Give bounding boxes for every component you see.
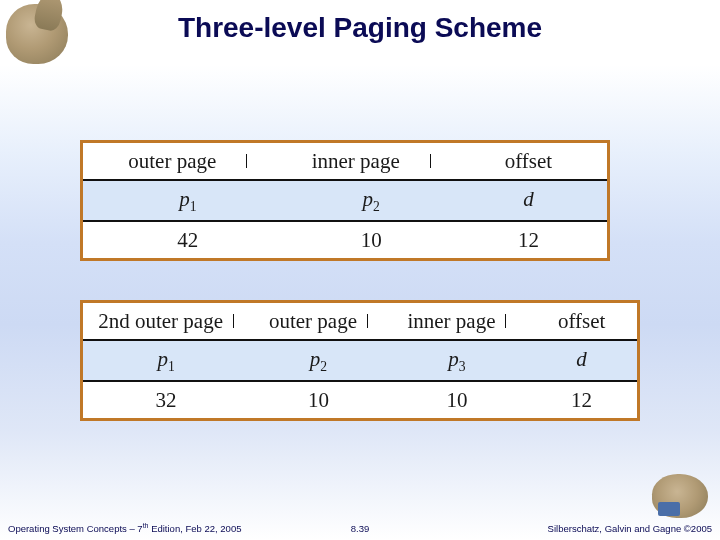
table-1: outer page inner page offset p1 p2 d 42 …: [83, 143, 607, 258]
t2-sub0: 1: [168, 359, 175, 374]
t2-h2: inner page: [407, 309, 495, 333]
t2-sub1: 2: [320, 359, 327, 374]
t2-b1: 10: [249, 381, 388, 418]
footer-right: Silberschatz, Galvin and Gagne ©2005: [548, 523, 712, 534]
t1-s0: p: [179, 187, 190, 211]
slide-title: Three-level Paging Scheme: [0, 12, 720, 44]
t1-h2: offset: [505, 149, 552, 173]
t2-s3: d: [576, 347, 587, 371]
slide: Three-level Paging Scheme outer page inn…: [0, 0, 720, 540]
table-row: 2nd outer page outer page inner page off…: [83, 303, 637, 340]
t1-b1: 10: [293, 221, 450, 258]
table-row: p1 p2 d: [83, 180, 607, 221]
t2-s0: p: [157, 347, 168, 371]
t1-sub1: 2: [373, 199, 380, 214]
table-2: 2nd outer page outer page inner page off…: [83, 303, 637, 418]
dinosaur-logo-bottom: [652, 474, 708, 518]
t2-h1: outer page: [269, 309, 357, 333]
t2-s1: p: [310, 347, 321, 371]
t2-b3: 12: [526, 381, 637, 418]
three-level-address-table: 2nd outer page outer page inner page off…: [80, 300, 640, 421]
table-row: 32 10 10 12: [83, 381, 637, 418]
table-row: p1 p2 p3 d: [83, 340, 637, 381]
t2-h0: 2nd outer page: [98, 309, 223, 333]
t1-s1: p: [363, 187, 374, 211]
t1-sub0: 1: [190, 199, 197, 214]
t2-s2: p: [448, 347, 459, 371]
table-row: 42 10 12: [83, 221, 607, 258]
t1-b0: 42: [83, 221, 293, 258]
t1-s2: d: [523, 187, 534, 211]
table-row: outer page inner page offset: [83, 143, 607, 180]
t2-h3: offset: [558, 309, 605, 333]
t1-h0: outer page: [128, 149, 216, 173]
t1-h1: inner page: [312, 149, 400, 173]
footer: Operating System Concepts – 7th Edition,…: [0, 518, 720, 534]
two-level-address-table: outer page inner page offset p1 p2 d 42 …: [80, 140, 610, 261]
t2-b2: 10: [388, 381, 527, 418]
t2-sub2: 3: [459, 359, 466, 374]
t1-b2: 12: [450, 221, 607, 258]
t2-b0: 32: [83, 381, 249, 418]
